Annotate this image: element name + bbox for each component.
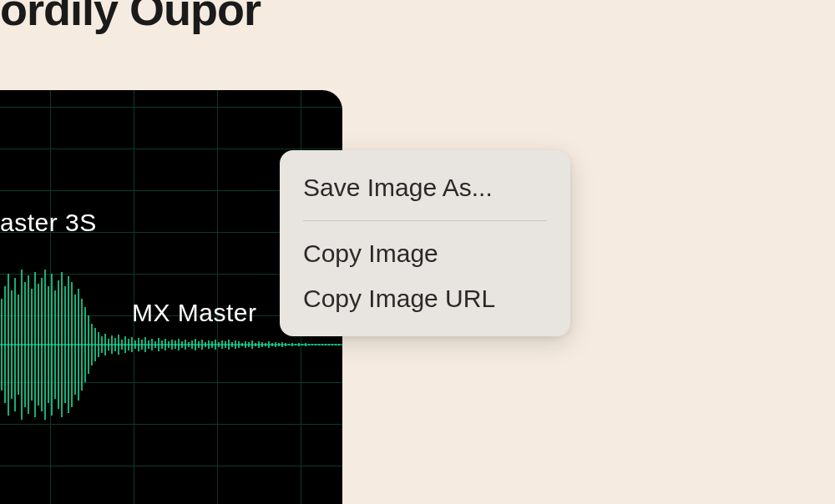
menu-copy-image-url[interactable]: Copy Image URL bbox=[280, 276, 570, 321]
menu-save-image-as[interactable]: Save Image As... bbox=[280, 165, 570, 210]
menu-copy-image[interactable]: Copy Image bbox=[280, 231, 570, 276]
waveform-label-1: aster 3S bbox=[0, 209, 97, 237]
page-heading: ordily Oupor bbox=[0, 0, 261, 35]
waveform-label-2: MX Master bbox=[132, 299, 257, 327]
context-menu: Save Image As... Copy Image Copy Image U… bbox=[280, 150, 570, 336]
menu-divider bbox=[303, 220, 547, 221]
